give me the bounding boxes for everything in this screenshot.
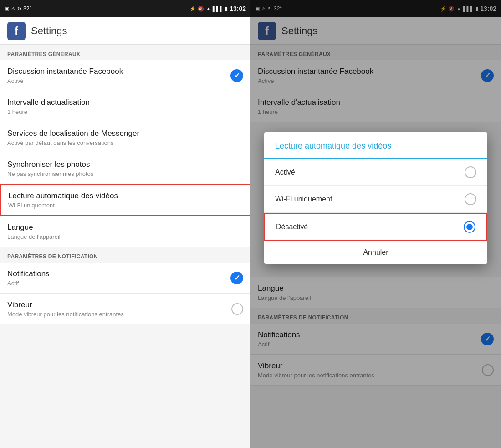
right-section-general: PARAMÈTRES GÉNÉRAUX [250,45,501,60]
left-title-localisation: Services de localisation de Messenger [7,129,243,138]
left-subtitle-notifications: Actif [7,280,230,287]
left-row-langue[interactable]: Langue Langue de l'appareil [0,216,250,247]
left-radio-vibreur[interactable] [231,303,243,315]
right-text-intervalle: Intervalle d'actualisation 1 heure [258,98,494,115]
dialog-option-wifi[interactable]: Wi-Fi uniquement [264,186,487,213]
wifi-icon: ▲ [206,6,211,11]
dialog-label-active: Activé [275,168,295,176]
right-text-discussion: Discussion instantanée Facebook Activé [258,67,481,84]
left-subtitle-discussion: Activé [7,77,230,84]
dialog-radio-wifi[interactable] [465,193,476,205]
dialog-title: Lecture automatique des vidéos [264,132,487,159]
right-temp: 32° [274,5,282,12]
left-status-bar: ▣ ⚠ ↻ 32° ⚡ 🔇 ▲ ▌▌▌ ▮ 13:02 [0,0,250,17]
left-panel: ▣ ⚠ ↻ 32° ⚡ 🔇 ▲ ▌▌▌ ▮ 13:02 f Settings P… [0,0,250,448]
dialog-radio-active[interactable] [465,166,476,178]
left-section-general: PARAMÈTRES GÉNÉRAUX [0,45,250,60]
right-app-header: f Settings [250,17,501,45]
left-title-intervalle: Intervalle d'actualisation [7,98,243,107]
right-wifi-icon: ▲ [456,6,461,11]
left-text-intervalle: Intervalle d'actualisation 1 heure [7,98,243,115]
left-row-vibreur[interactable]: Vibreur Mode vibreur pour les notificati… [0,294,250,324]
right-title-notifications: Notifications [258,330,481,340]
left-row-photos[interactable]: Synchroniser les photos Ne pas synchroni… [0,153,250,184]
video-autoplay-dialog: Lecture automatique des vidéos Activé Wi… [264,132,487,264]
left-row-localisation[interactable]: Services de localisation de Messenger Ac… [0,122,250,153]
left-title-discussion: Discussion instantanée Facebook [7,67,230,76]
right-subtitle-intervalle: 1 heure [258,108,494,115]
right-sync-icon: ↻ [268,6,272,12]
left-row-intervalle[interactable]: Intervalle d'actualisation 1 heure [0,91,250,122]
left-subtitle-photos: Ne pas synchroniser mes photos [7,170,243,177]
left-subtitle-vibreur: Mode vibreur pour les notifications entr… [7,311,231,318]
right-row-notifications[interactable]: Notifications Actif [250,324,501,355]
right-signal-icon: ▌▌▌ [463,6,474,11]
right-status-left: ▣ ⚠ ↻ 32° [255,5,282,12]
dialog-cancel-button[interactable]: Annuler [264,241,487,264]
right-subtitle-vibreur: Mode vibreur pour les notifications entr… [258,372,482,379]
left-title-photos: Synchroniser les photos [7,160,243,169]
left-title-notifications: Notifications [7,269,230,278]
left-text-lecture: Lecture automatique des vidéos Wi-Fi uni… [8,191,242,209]
left-status-right: ⚡ 🔇 ▲ ▌▌▌ ▮ 13:02 [189,5,246,12]
screen-icon: ▣ [5,6,9,12]
left-fb-logo: f [7,22,26,40]
left-row-notifications[interactable]: Notifications Actif [0,263,250,294]
left-time: 13:02 [230,5,246,12]
left-row-discussion[interactable]: Discussion instantanée Facebook Activé [0,60,250,91]
left-temp: 32° [23,5,31,12]
left-check-notifications [230,272,243,284]
right-title-vibreur: Vibreur [258,361,482,371]
left-subtitle-langue: Langue de l'appareil [7,233,243,240]
left-section-notification: PARAMÈTRES DE NOTIFICATION [0,247,250,263]
left-text-photos: Synchroniser les photos Ne pas synchroni… [7,160,243,177]
right-battery-icon: ▮ [475,6,478,12]
left-status-left: ▣ ⚠ ↻ 32° [5,5,31,12]
right-row-intervalle[interactable]: Intervalle d'actualisation 1 heure [250,91,501,122]
right-subtitle-discussion: Activé [258,77,481,84]
right-mute-icon: 🔇 [448,6,455,12]
right-status-right: ⚡ 🔇 ▲ ▌▌▌ ▮ 13:02 [440,5,496,12]
right-check-discussion [481,69,494,82]
left-text-discussion: Discussion instantanée Facebook Activé [7,67,230,84]
right-radio-vibreur[interactable] [482,364,494,376]
right-subtitle-notifications: Actif [258,341,481,348]
right-screen-icon: ▣ [255,6,260,12]
right-row-discussion[interactable]: Discussion instantanée Facebook Activé [250,60,501,91]
right-bluetooth-icon: ⚡ [440,6,446,12]
signal-icon: ▌▌▌ [213,6,223,11]
right-text-notifications: Notifications Actif [258,330,481,348]
left-app-title: Settings [31,25,67,37]
right-text-langue: Langue Langue de l'appareil [258,284,494,301]
right-app-title: Settings [281,25,318,37]
bluetooth-icon: ⚡ [189,6,196,12]
left-logo-letter: f [15,25,18,37]
right-row-langue[interactable]: Langue Langue de l'appareil [250,277,501,308]
sync-icon: ↻ [17,6,21,12]
right-row-vibreur[interactable]: Vibreur Mode vibreur pour les notificati… [250,355,501,386]
right-title-langue: Langue [258,284,494,293]
alert-icon: ⚠ [11,6,15,12]
dialog-label-desactive: Désactivé [276,223,308,231]
dialog-radio-desactive[interactable] [464,221,475,233]
dialog-option-desactive[interactable]: Désactivé [264,213,487,241]
left-title-langue: Langue [7,223,243,232]
right-text-vibreur: Vibreur Mode vibreur pour les notificati… [258,361,482,379]
left-subtitle-localisation: Activé par défaut dans les conversations [7,139,243,146]
left-text-vibreur: Vibreur Mode vibreur pour les notificati… [7,300,231,318]
dialog-label-wifi: Wi-Fi uniquement [275,195,332,203]
right-panel: ▣ ⚠ ↻ 32° ⚡ 🔇 ▲ ▌▌▌ ▮ 13:02 f Settings P… [250,0,501,448]
right-time: 13:02 [480,5,496,12]
left-check-discussion [230,69,243,82]
right-fb-logo: f [258,22,276,40]
left-text-notifications: Notifications Actif [7,269,230,287]
right-check-notifications [481,333,494,345]
right-subtitle-langue: Langue de l'appareil [258,294,494,301]
right-alert-icon: ⚠ [261,6,266,12]
left-settings-content: PARAMÈTRES GÉNÉRAUX Discussion instantan… [0,45,250,448]
right-status-bar: ▣ ⚠ ↻ 32° ⚡ 🔇 ▲ ▌▌▌ ▮ 13:02 [250,0,501,17]
left-row-lecture[interactable]: Lecture automatique des vidéos Wi-Fi uni… [0,184,250,216]
dialog-option-active[interactable]: Activé [264,159,487,186]
right-section-notification: PARAMÈTRES DE NOTIFICATION [250,308,501,324]
left-text-localisation: Services de localisation de Messenger Ac… [7,129,243,146]
